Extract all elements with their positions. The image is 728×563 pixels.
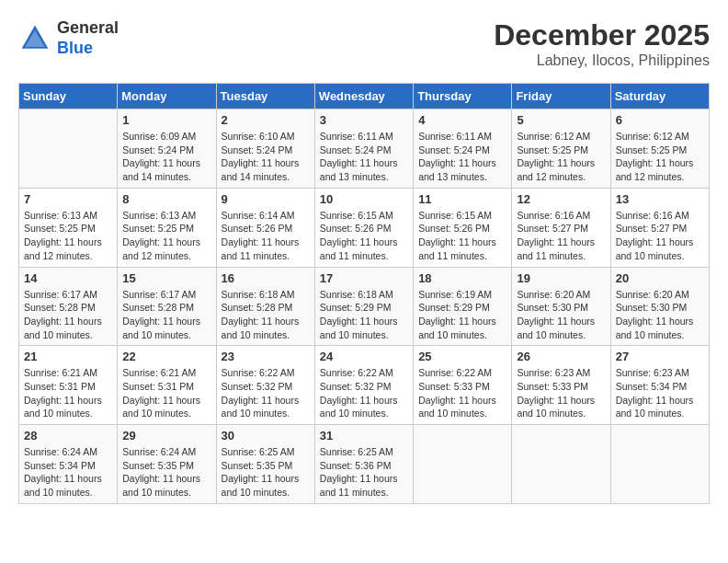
logo-icon — [18, 22, 51, 55]
calendar-cell: 22Sunrise: 6:21 AM Sunset: 5:31 PM Dayli… — [118, 346, 216, 425]
day-number: 1 — [122, 113, 210, 127]
calendar-cell: 7Sunrise: 6:13 AM Sunset: 5:25 PM Daylig… — [19, 188, 118, 267]
calendar-cell: 14Sunrise: 6:17 AM Sunset: 5:28 PM Dayli… — [19, 267, 118, 346]
day-number: 13 — [616, 192, 704, 206]
calendar-week-row: 7Sunrise: 6:13 AM Sunset: 5:25 PM Daylig… — [19, 188, 710, 267]
calendar-cell: 19Sunrise: 6:20 AM Sunset: 5:30 PM Dayli… — [512, 267, 610, 346]
day-info: Sunrise: 6:22 AM Sunset: 5:32 PM Dayligh… — [320, 366, 408, 420]
calendar-cell: 11Sunrise: 6:15 AM Sunset: 5:26 PM Dayli… — [414, 188, 512, 267]
day-info: Sunrise: 6:11 AM Sunset: 5:24 PM Dayligh… — [320, 130, 408, 184]
day-number: 6 — [616, 113, 704, 127]
day-info: Sunrise: 6:22 AM Sunset: 5:32 PM Dayligh… — [222, 366, 310, 420]
calendar-cell: 1Sunrise: 6:09 AM Sunset: 5:24 PM Daylig… — [118, 109, 216, 189]
day-info: Sunrise: 6:25 AM Sunset: 5:36 PM Dayligh… — [320, 445, 408, 500]
day-info: Sunrise: 6:13 AM Sunset: 5:25 PM Dayligh… — [122, 209, 210, 263]
day-info: Sunrise: 6:23 AM Sunset: 5:34 PM Dayligh… — [616, 366, 704, 420]
day-number: 16 — [222, 271, 310, 285]
day-info: Sunrise: 6:24 AM Sunset: 5:34 PM Dayligh… — [24, 445, 112, 500]
day-info: Sunrise: 6:21 AM Sunset: 5:31 PM Dayligh… — [122, 366, 210, 420]
calendar-cell: 18Sunrise: 6:19 AM Sunset: 5:29 PM Dayli… — [414, 267, 512, 346]
day-number: 11 — [418, 192, 506, 206]
column-header-thursday: Thursday — [414, 84, 512, 109]
calendar-header-row: SundayMondayTuesdayWednesdayThursdayFrid… — [19, 84, 710, 109]
day-number: 29 — [122, 429, 210, 442]
calendar-cell — [414, 425, 512, 504]
day-info: Sunrise: 6:16 AM Sunset: 5:27 PM Dayligh… — [517, 209, 605, 263]
month-year-title: December 2025 — [494, 18, 710, 52]
day-number: 17 — [320, 271, 408, 285]
calendar-cell — [610, 425, 709, 504]
day-info: Sunrise: 6:13 AM Sunset: 5:25 PM Dayligh… — [24, 209, 112, 263]
page-header: General Blue December 2025 Labney, Iloco… — [18, 18, 710, 69]
calendar-cell: 10Sunrise: 6:15 AM Sunset: 5:26 PM Dayli… — [314, 188, 413, 267]
calendar-cell: 27Sunrise: 6:23 AM Sunset: 5:34 PM Dayli… — [610, 346, 709, 425]
calendar-cell: 29Sunrise: 6:24 AM Sunset: 5:35 PM Dayli… — [118, 425, 216, 504]
day-number: 30 — [222, 429, 310, 442]
day-info: Sunrise: 6:14 AM Sunset: 5:26 PM Dayligh… — [222, 209, 310, 263]
logo-text: General Blue — [57, 18, 119, 58]
column-header-tuesday: Tuesday — [216, 84, 314, 109]
calendar-week-row: 14Sunrise: 6:17 AM Sunset: 5:28 PM Dayli… — [19, 267, 710, 346]
day-info: Sunrise: 6:12 AM Sunset: 5:25 PM Dayligh… — [517, 130, 605, 184]
day-number: 20 — [616, 271, 704, 285]
day-number: 19 — [517, 271, 605, 285]
calendar-week-row: 1Sunrise: 6:09 AM Sunset: 5:24 PM Daylig… — [19, 109, 710, 189]
day-info: Sunrise: 6:15 AM Sunset: 5:26 PM Dayligh… — [418, 209, 506, 263]
calendar-cell: 5Sunrise: 6:12 AM Sunset: 5:25 PM Daylig… — [512, 109, 610, 189]
day-info: Sunrise: 6:17 AM Sunset: 5:28 PM Dayligh… — [24, 288, 112, 342]
day-number: 7 — [24, 192, 112, 206]
calendar-week-row: 21Sunrise: 6:21 AM Sunset: 5:31 PM Dayli… — [19, 346, 710, 425]
day-number: 27 — [616, 350, 704, 363]
day-info: Sunrise: 6:18 AM Sunset: 5:28 PM Dayligh… — [222, 288, 310, 342]
calendar-cell: 17Sunrise: 6:18 AM Sunset: 5:29 PM Dayli… — [314, 267, 413, 346]
day-info: Sunrise: 6:16 AM Sunset: 5:27 PM Dayligh… — [616, 209, 704, 263]
calendar-table: SundayMondayTuesdayWednesdayThursdayFrid… — [18, 83, 710, 504]
day-number: 31 — [320, 429, 408, 442]
day-number: 4 — [418, 113, 506, 127]
day-info: Sunrise: 6:22 AM Sunset: 5:33 PM Dayligh… — [418, 366, 506, 420]
column-header-wednesday: Wednesday — [314, 84, 413, 109]
calendar-cell: 3Sunrise: 6:11 AM Sunset: 5:24 PM Daylig… — [314, 109, 413, 189]
day-number: 12 — [517, 192, 605, 206]
day-number: 24 — [320, 350, 408, 363]
day-number: 23 — [222, 350, 310, 363]
day-number: 10 — [320, 192, 408, 206]
day-info: Sunrise: 6:20 AM Sunset: 5:30 PM Dayligh… — [517, 288, 605, 342]
day-number: 28 — [24, 429, 112, 442]
calendar-cell: 24Sunrise: 6:22 AM Sunset: 5:32 PM Dayli… — [314, 346, 413, 425]
calendar-cell: 13Sunrise: 6:16 AM Sunset: 5:27 PM Dayli… — [610, 188, 709, 267]
location-subtitle: Labney, Ilocos, Philippines — [494, 52, 710, 69]
calendar-cell: 26Sunrise: 6:23 AM Sunset: 5:33 PM Dayli… — [512, 346, 610, 425]
column-header-sunday: Sunday — [19, 84, 118, 109]
title-block: December 2025 Labney, Ilocos, Philippine… — [494, 18, 710, 69]
calendar-cell: 31Sunrise: 6:25 AM Sunset: 5:36 PM Dayli… — [314, 425, 413, 504]
calendar-cell: 16Sunrise: 6:18 AM Sunset: 5:28 PM Dayli… — [216, 267, 314, 346]
day-number: 25 — [418, 350, 506, 363]
calendar-cell — [19, 109, 118, 189]
column-header-saturday: Saturday — [610, 84, 709, 109]
day-info: Sunrise: 6:12 AM Sunset: 5:25 PM Dayligh… — [616, 130, 704, 184]
day-info: Sunrise: 6:10 AM Sunset: 5:24 PM Dayligh… — [222, 130, 310, 184]
day-number: 5 — [517, 113, 605, 127]
calendar-week-row: 28Sunrise: 6:24 AM Sunset: 5:34 PM Dayli… — [19, 425, 710, 504]
calendar-cell: 28Sunrise: 6:24 AM Sunset: 5:34 PM Dayli… — [19, 425, 118, 504]
calendar-cell: 25Sunrise: 6:22 AM Sunset: 5:33 PM Dayli… — [414, 346, 512, 425]
day-number: 21 — [24, 350, 112, 363]
day-info: Sunrise: 6:18 AM Sunset: 5:29 PM Dayligh… — [320, 288, 408, 342]
day-number: 3 — [320, 113, 408, 127]
calendar-cell: 20Sunrise: 6:20 AM Sunset: 5:30 PM Dayli… — [610, 267, 709, 346]
day-info: Sunrise: 6:21 AM Sunset: 5:31 PM Dayligh… — [24, 366, 112, 420]
day-info: Sunrise: 6:15 AM Sunset: 5:26 PM Dayligh… — [320, 209, 408, 263]
calendar-cell: 4Sunrise: 6:11 AM Sunset: 5:24 PM Daylig… — [414, 109, 512, 189]
day-info: Sunrise: 6:17 AM Sunset: 5:28 PM Dayligh… — [122, 288, 210, 342]
calendar-cell: 6Sunrise: 6:12 AM Sunset: 5:25 PM Daylig… — [610, 109, 709, 189]
day-number: 26 — [517, 350, 605, 363]
day-number: 14 — [24, 271, 112, 285]
day-info: Sunrise: 6:11 AM Sunset: 5:24 PM Dayligh… — [418, 130, 506, 184]
calendar-cell — [512, 425, 610, 504]
calendar-cell: 9Sunrise: 6:14 AM Sunset: 5:26 PM Daylig… — [216, 188, 314, 267]
day-info: Sunrise: 6:09 AM Sunset: 5:24 PM Dayligh… — [122, 130, 210, 184]
calendar-cell: 2Sunrise: 6:10 AM Sunset: 5:24 PM Daylig… — [216, 109, 314, 189]
day-number: 15 — [122, 271, 210, 285]
day-info: Sunrise: 6:19 AM Sunset: 5:29 PM Dayligh… — [418, 288, 506, 342]
